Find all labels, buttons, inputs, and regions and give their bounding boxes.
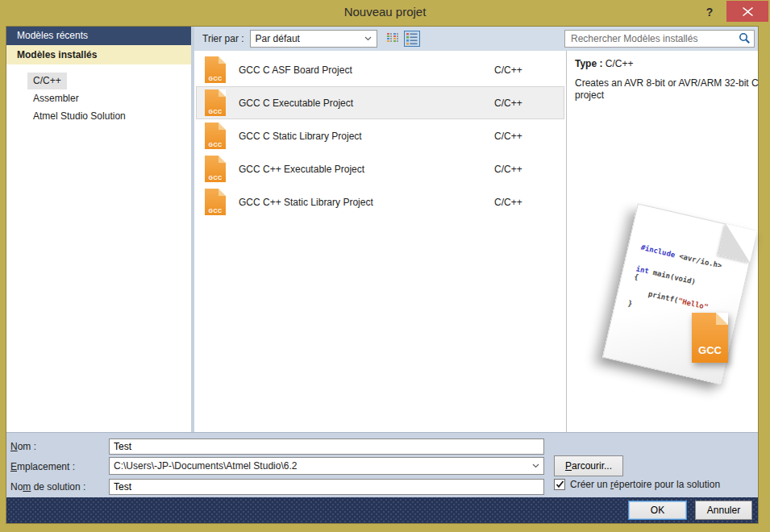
create-directory-label[interactable]: Créer un répertoire pour la solution <box>570 479 720 490</box>
sidebar-item-installed-templates[interactable]: Modèles installés <box>6 45 191 64</box>
chevron-down-icon <box>532 463 539 468</box>
code-snippet: #include <avr/io.h> int main(void) { pri… <box>615 205 756 331</box>
gcc-document-icon: GCC <box>205 89 226 116</box>
search-icon[interactable] <box>739 32 751 44</box>
tree-item-atmel-studio-solution[interactable]: Atmel Studio Solution <box>27 108 131 125</box>
template-name: GCC C ASF Board Project <box>239 64 352 76</box>
template-row-gcc-c-asf-board[interactable]: GCC GCC C ASF Board Project C/C++ <box>196 53 564 86</box>
template-details-panel: Type : C/C++ Creates an AVR 8-bit or AVR… <box>567 51 758 432</box>
solution-name-input[interactable] <box>109 479 544 495</box>
template-name: GCC C++ Static Library Project <box>239 197 373 208</box>
cancel-button[interactable]: Annuler <box>695 501 752 520</box>
solution-name-label: Nom de solution : <box>10 481 85 493</box>
template-name: GCC C Executable Project <box>239 98 353 109</box>
ok-button[interactable]: OK <box>628 501 687 520</box>
tree-item-c-cpp[interactable]: C/C++ <box>27 73 67 89</box>
template-name: GCC C++ Executable Project <box>239 164 364 175</box>
create-directory-checkbox[interactable] <box>554 479 565 490</box>
gcc-large-document-icon: GCC <box>692 313 728 363</box>
new-project-dialog: Nouveau projet ? Modèles récents Modèles… <box>0 0 770 532</box>
template-row-gcc-cpp-static-library[interactable]: GCC GCC C++ Static Library Project C/C++ <box>196 185 564 218</box>
gcc-document-icon: GCC <box>205 189 226 215</box>
template-row-gcc-c-static-library[interactable]: GCC GCC C Static Library Project C/C++ <box>196 119 564 152</box>
template-list: GCC GCC C ASF Board Project C/C++ GCC GC… <box>194 51 566 432</box>
main-area: Trier par : Par défaut <box>194 27 758 432</box>
type-value: C/C++ <box>606 58 634 69</box>
location-label: Emplacement : <box>10 461 75 472</box>
template-language: C/C++ <box>494 197 522 208</box>
checkmark-icon <box>556 480 564 488</box>
close-button[interactable] <box>726 1 768 22</box>
template-language: C/C++ <box>494 164 522 175</box>
sort-dropdown-value: Par défaut <box>256 33 364 44</box>
search-box <box>564 30 755 48</box>
category-tree: C/C++ Assembler Atmel Studio Solution <box>6 64 191 126</box>
name-label: Nom : <box>10 441 36 452</box>
titlebar[interactable]: Nouveau projet ? <box>0 0 770 26</box>
dialog-content: Modèles récents Modèles installés C/C++ … <box>6 26 759 524</box>
type-label: Type : <box>575 58 602 69</box>
code-paper-illustration: #include <avr/io.h> int main(void) { pri… <box>602 203 757 384</box>
template-name: GCC C Static Library Project <box>239 131 362 142</box>
list-view-icon[interactable] <box>404 31 420 47</box>
template-language: C/C++ <box>494 64 522 76</box>
sort-dropdown[interactable]: Par défaut <box>250 30 377 48</box>
project-settings-form: Nom : Emplacement : C:\Users\-JP-\Docume… <box>6 432 758 497</box>
template-language: C/C++ <box>494 131 522 142</box>
close-icon <box>743 7 753 16</box>
template-row-gcc-cpp-executable[interactable]: GCC GCC C++ Executable Project C/C++ <box>196 152 564 185</box>
gcc-document-icon: GCC <box>205 123 226 149</box>
project-name-input[interactable] <box>109 438 544 455</box>
location-combobox[interactable]: C:\Users\-JP-\Documents\Atmel Studio\6.2 <box>109 457 544 475</box>
view-mode-switcher <box>385 31 420 47</box>
small-icons-view-icon[interactable] <box>385 31 401 47</box>
gcc-document-icon: GCC <box>205 156 226 182</box>
toolbar: Trier par : Par défaut <box>194 27 758 51</box>
sidebar-item-recent-templates[interactable]: Modèles récents <box>6 27 191 45</box>
create-directory-option[interactable]: Créer un répertoire pour la solution <box>554 479 720 490</box>
template-language: C/C++ <box>494 98 522 109</box>
tree-item-assembler[interactable]: Assembler <box>27 90 85 107</box>
template-description: Creates an AVR 8-bit or AVR/ARM 32-bit C… <box>575 77 762 102</box>
browse-button[interactable]: Parcourir... <box>554 455 623 476</box>
location-value: C:\Users\-JP-\Documents\Atmel Studio\6.2 <box>114 460 532 472</box>
gcc-document-icon: GCC <box>205 56 226 83</box>
dialog-footer: OK Annuler <box>6 497 758 523</box>
template-row-gcc-c-executable[interactable]: GCC GCC C Executable Project C/C++ <box>196 86 564 119</box>
sort-by-label: Trier par : <box>202 33 244 44</box>
dialog-title: Nouveau projet <box>0 5 770 19</box>
chevron-down-icon <box>364 36 372 41</box>
template-category-sidebar: Modèles récents Modèles installés C/C++ … <box>6 27 191 432</box>
search-input[interactable] <box>564 30 755 48</box>
help-button[interactable]: ? <box>699 3 720 21</box>
